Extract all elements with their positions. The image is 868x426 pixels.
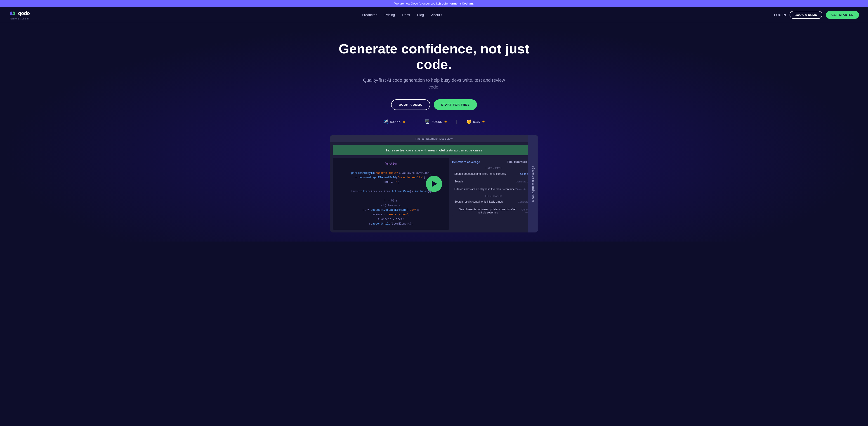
stat-github: 🐱 6.3K ★ (466, 119, 485, 124)
play-button[interactable] (426, 176, 442, 192)
logo-formerly: Formerly Codium (9, 17, 29, 20)
stat-separator-1: | (414, 119, 416, 124)
test-row-happy-3: Filtered items are displayed in the resu… (452, 186, 535, 193)
nav-item-docs[interactable]: Docs (402, 13, 410, 17)
banner-link[interactable]: formerly Codium. (450, 2, 474, 5)
stat-jetbrains-value: 396.0K (432, 120, 442, 123)
test-label: Search debounce and filters items correc… (454, 172, 506, 175)
chevron-down-icon: ▾ (441, 13, 442, 16)
test-row-happy-2: Search Generate test ▾ (452, 178, 535, 185)
test-label: Filtered items are displayed in the resu… (454, 188, 516, 191)
nav-right: LOG IN BOOK A DEMO GET STARTED (774, 11, 859, 19)
nav-center: Products ▾ Pricing Docs Blog About ▾ (362, 13, 442, 17)
hero-buttons: BOOK A DEMO START FOR FREE (391, 100, 477, 110)
chevron-down-icon: ▾ (376, 13, 377, 16)
star-icon: ★ (403, 120, 405, 124)
code-line-9: h > 0) { (336, 199, 446, 203)
stat-jetbrains: 🖥️ 396.0K ★ (425, 119, 447, 124)
nav-item-products[interactable]: Products ▾ (362, 13, 377, 17)
demo-side-label: Meaningful test coverage (528, 135, 538, 232)
login-button[interactable]: LOG IN (774, 13, 786, 17)
logo-icon (9, 10, 16, 17)
test-row-happy-1: Search debounce and filters items correc… (452, 170, 535, 177)
code-line-11: nt = document.createElement('div'); (336, 208, 446, 212)
happy-path-label: HAPPY PATH (452, 166, 535, 170)
github-icon: 🐱 (466, 119, 471, 124)
test-row-edge-1: Search results container is initially em… (452, 198, 535, 205)
book-demo-button[interactable]: BOOK A DEMO (789, 11, 822, 19)
code-line-10: ch(item => { (336, 203, 446, 208)
vscode-icon: ✈️ (383, 119, 388, 124)
demo-area: Past an Example Test Below Increase test… (330, 135, 538, 232)
hero-start-free-button[interactable]: START FOR FREE (434, 100, 477, 110)
code-line-2 (336, 166, 446, 171)
play-triangle-icon (432, 181, 437, 187)
test-label: Search results container is initially em… (454, 200, 503, 203)
stats-row: ✈️ 509.6K ★ | 🖥️ 396.0K ★ | 🐱 6.3K ★ (383, 119, 485, 124)
test-label: Search (454, 180, 463, 183)
demo-body: function getElementById('search-input').… (330, 158, 538, 232)
demo-header-bar: Past an Example Test Below (330, 135, 538, 142)
header: qodo Formerly Codium Products ▾ Pricing … (0, 7, 868, 23)
test-row-edge-2: Search results container updates correct… (452, 206, 535, 216)
hero-book-demo-button[interactable]: BOOK A DEMO (391, 100, 430, 110)
stat-github-value: 6.3K (473, 120, 480, 123)
top-banner: We are now Qodo (pronounced koh-doh), fo… (0, 0, 868, 7)
code-line-12: ssName = 'search-item'; (336, 212, 446, 217)
demo-mockup: Past an Example Test Below Increase test… (330, 135, 538, 232)
demo-right-panel: Behaviors coverage Total behaviors 13 HA… (450, 158, 535, 230)
stat-vscode: ✈️ 509.6K ★ (383, 119, 405, 124)
logo-row: qodo (9, 10, 30, 17)
hero-subtitle: Quality-first AI code generation to help… (362, 77, 506, 90)
demo-green-bar: Increase test coverage with meaningful t… (333, 145, 535, 155)
nav-item-about[interactable]: About ▾ (431, 13, 442, 17)
nav-item-blog[interactable]: Blog (417, 13, 424, 17)
stat-separator-2: | (456, 119, 457, 124)
stat-vscode-value: 509.6K (390, 120, 401, 123)
edge-cases-label: EDGE CASES (452, 194, 535, 198)
logo-area: qodo Formerly Codium (9, 10, 30, 20)
banner-text: We are now Qodo (pronounced koh-doh), (395, 2, 450, 5)
nav-item-pricing[interactable]: Pricing (384, 13, 395, 17)
code-line-13: tContent = item; (336, 217, 446, 222)
code-line-14: r.appendChild(itemElement); (336, 222, 446, 226)
logo-text: qodo (18, 10, 30, 16)
code-line-8 (336, 194, 446, 199)
hero-title: Generate confidence, not just code. (332, 41, 536, 72)
svg-point-3 (12, 12, 13, 15)
demo-behaviors-header: Behaviors coverage Total behaviors 13 (452, 158, 535, 166)
demo-code-panel: function getElementById('search-input').… (333, 158, 450, 230)
star-icon: ★ (444, 120, 447, 124)
jetbrains-icon: 🖥️ (425, 119, 430, 124)
code-line-3: getElementById('search-input').value.toL… (336, 171, 446, 175)
test-label: Search results container updates correct… (454, 208, 520, 214)
hero-section: Generate confidence, not just code. Qual… (0, 23, 868, 242)
get-started-button[interactable]: GET STARTED (826, 11, 859, 19)
code-line-1: function (336, 162, 446, 166)
star-icon: ★ (482, 120, 485, 124)
